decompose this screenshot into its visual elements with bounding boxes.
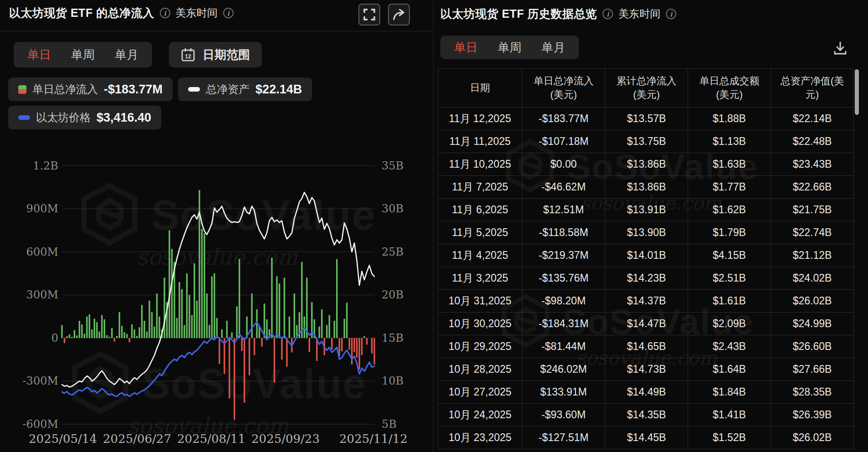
left-axis-tick: 900M [26,202,58,215]
watermark-brand: SoSoValue [142,360,367,408]
legend-label: 以太坊价格 [36,110,91,125]
cell-nav: $26.60B [771,335,854,358]
info-icon[interactable]: i [666,9,676,19]
sosovalue-logo-icon [77,182,141,248]
tab-单周[interactable]: 单周 [498,40,521,56]
table-row[interactable]: 11月 10,2025$0.00$13.86B$1.63B$23.43B [438,153,853,176]
cell-nav: $24.99B [771,313,854,335]
cell-volume: $1.84B [688,381,771,404]
cell-cumulative-inflow: $13.57B [605,108,688,130]
table-row[interactable]: 10月 31,2025-$98.20M$14.37B$1.61B$26.02B [438,290,853,313]
cell-date: 11月 7,2025 [438,176,522,199]
info-icon[interactable]: i [160,8,170,18]
white-dash-icon [188,87,200,92]
legend-item[interactable]: 总净资产$22.14B [178,77,312,101]
cell-volume: $1.88B [688,108,771,130]
left-axis-tick: 600M [26,246,58,258]
cell-cumulative-inflow: $13.86B [605,176,688,199]
legend-value: -$183.77M [104,82,163,97]
watermark: SoSoValue sosovalue.com [68,351,367,438]
cell-daily-inflow: $133.91M [522,381,605,404]
fullscreen-icon [363,9,375,21]
column-header: 单日总净流入(美元) [522,69,605,108]
download-icon [833,41,848,56]
calendar-icon: 12 [181,47,195,62]
table-row[interactable]: 11月 11,2025-$107.18M$13.75B$1.13B$22.48B [438,130,853,153]
table-row[interactable]: 11月 6,2025$12.51M$13.91B$1.62B$21.75B [438,199,853,221]
cell-cumulative-inflow: $14.45B [605,426,688,449]
legend-item[interactable]: 单日总净流入-$183.77M [8,77,173,101]
table-row[interactable]: 10月 23,2025-$127.51M$14.45B$1.52B$26.02B [438,426,853,449]
tab-单日[interactable]: 单日 [454,40,478,56]
table-row[interactable]: 11月 4,2025-$219.37M$14.01B$4.15B$21.12B [438,244,853,267]
fullscreen-button[interactable] [358,4,380,26]
share-button[interactable] [388,4,410,26]
x-axis-tick: 2025/08/11 [177,432,245,446]
table-row[interactable]: 11月 5,2025-$118.58M$13.90B$1.79B$22.74B [438,221,853,244]
cell-cumulative-inflow: $13.91B [605,199,688,221]
daily-inflow-bars [61,190,375,420]
cell-daily-inflow: -$184.31M [522,313,605,335]
chart-panel: 以太坊现货 ETF 的总净流入 i 美东时间 i [0,0,432,452]
cell-nav: $23.43B [771,153,854,176]
download-button[interactable] [830,38,850,58]
cell-daily-inflow: -$183.77M [522,108,605,130]
history-header: 以太坊现货 ETF 历史数据总览 i 美东时间 i [440,6,676,21]
info-icon[interactable]: i [223,8,234,18]
watermark: SoSoValue sosovalue.com [77,182,376,270]
cell-nav: $26.02B [771,426,854,449]
period-tabs: 单日单周单月 [14,42,152,67]
cell-nav: $27.66B [771,358,854,381]
cell-date: 10月 29,2025 [438,335,522,358]
cell-nav: $22.14B [771,108,854,130]
watermark-domain: sosovalue.com [137,244,376,270]
cell-daily-inflow: -$219.37M [522,244,605,267]
x-axis-tick: 2025/05/14 [29,432,97,446]
column-header: 累计总净流入(美元) [605,69,688,108]
table-row[interactable]: 10月 28,2025$246.02M$14.73B$1.64B$27.66B [438,358,853,381]
left-axis-tick: -600M [23,418,59,431]
cell-nav: $22.66B [771,176,854,199]
watermark-brand: SoSoValue [151,191,376,239]
chart-header: 以太坊现货 ETF 的总净流入 i 美东时间 i [9,5,234,21]
cell-volume: $1.52B [688,426,771,449]
table-scrollbar[interactable] [855,69,859,115]
table-row[interactable]: 10月 27,2025$133.91M$14.49B$1.84B$28.35B [438,381,853,404]
cell-cumulative-inflow: $14.37B [605,290,688,313]
legend-label: 总净资产 [206,82,250,97]
cell-volume: $1.79B [688,221,771,244]
history-table: 日期单日总净流入(美元)累计总净流入(美元)单日总成交额(美元)总资产净值(美元… [438,68,853,449]
legend-value: $22.14B [255,82,302,97]
chart-legend: 单日总净流入-$183.77M总净资产$22.14B以太坊价格$3,416.40 [8,77,312,129]
tab-单月[interactable]: 单月 [541,40,565,56]
tab-单周[interactable]: 单周 [71,47,95,63]
table-row[interactable]: 11月 12,2025-$183.77M$13.57B$1.88B$22.14B [438,108,853,130]
legend-item[interactable]: 以太坊价格$3,416.40 [8,106,161,129]
right-axis-tick: 30B [382,202,403,215]
cell-daily-inflow: -$127.51M [522,426,605,449]
x-axis-tick: 2025/11/12 [339,432,408,446]
x-axis-tick: 2025/09/23 [251,432,320,446]
cell-volume: $1.63B [688,153,771,176]
table-row[interactable]: 10月 24,2025-$93.60M$14.35B$1.41B$26.39B [438,404,853,426]
green-red-split-icon [18,85,26,94]
tab-单日[interactable]: 单日 [27,47,51,63]
info-icon[interactable]: i [602,9,613,19]
right-axis-tick: 35B [382,159,403,172]
table-row[interactable]: 10月 30,2025-$184.31M$14.47B$2.09B$24.99B [438,313,853,335]
table-header-row: 日期单日总净流入(美元)累计总净流入(美元)单日总成交额(美元)总资产净值(美元… [438,69,853,108]
table-row[interactable]: 11月 3,2025-$135.76M$14.23B$2.51B$24.02B [438,267,853,290]
cell-volume: $2.51B [688,267,771,290]
table-row[interactable]: 11月 7,2025-$46.62M$13.86B$1.77B$22.66B [438,176,853,199]
right-axis-tick: 5B [382,418,397,431]
column-header: 总资产净值(美元) [771,69,854,108]
cell-cumulative-inflow: $14.01B [605,244,688,267]
date-range-button[interactable]: 12 日期范围 [169,42,262,67]
cell-cumulative-inflow: $14.65B [605,335,688,358]
cell-nav: $21.75B [771,199,854,221]
cell-date: 10月 31,2025 [438,290,522,313]
cell-date: 11月 5,2025 [438,221,522,244]
tab-单月[interactable]: 单月 [115,47,138,63]
table-row[interactable]: 10月 29,2025-$81.44M$14.65B$2.43B$26.60B [438,335,853,358]
panel-divider [433,0,434,452]
